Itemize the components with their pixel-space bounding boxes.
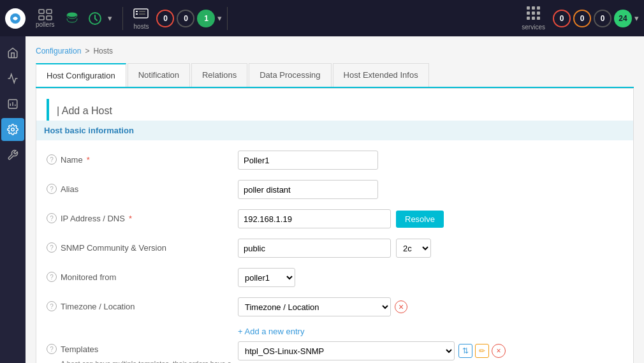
template-1-actions: ⇅ ✏ × — [458, 344, 506, 358]
breadcrumb-separator: > — [85, 47, 89, 56]
tab-notification[interactable]: Notification — [128, 63, 190, 87]
template-1-move-btn[interactable]: ⇅ — [458, 344, 472, 358]
ip-input[interactable] — [238, 209, 391, 228]
timezone-wrap: Timezone / Location × — [238, 297, 407, 316]
svg-rect-4 — [47, 16, 52, 20]
tab-relations[interactable]: Relations — [191, 63, 247, 87]
monitored-control-wrap: poller1 — [238, 268, 623, 287]
alias-input[interactable] — [238, 180, 378, 199]
sidebar-item-home[interactable] — [1, 41, 24, 64]
services-badge-3: 24 — [614, 10, 632, 27]
hosts-chevron[interactable]: ▾ — [217, 13, 222, 23]
snmp-help-icon[interactable]: ? — [47, 242, 57, 253]
hosts-badge-1: 0 — [177, 10, 194, 27]
templates-control-wrap: htpl_OS-Linux-SNMP ⇅ ✏ × htpl_App-centre… — [238, 341, 623, 363]
form-row-monitored: ? Monitored from poller1 — [47, 268, 623, 288]
template-1-edit-btn[interactable]: ✏ — [475, 344, 489, 358]
hosts-icon — [133, 7, 149, 20]
svg-point-16 — [11, 128, 15, 131]
monitored-label: ? Monitored from — [47, 268, 238, 282]
form-row-templates: ? Templates A host can have multiple tem… — [47, 341, 623, 363]
breadcrumb-configuration[interactable]: Configuration — [36, 47, 81, 56]
timezone-help-icon[interactable]: ? — [47, 301, 57, 311]
svg-rect-2 — [47, 10, 52, 13]
name-label: ? Name * — [47, 151, 238, 165]
monitored-help-icon[interactable]: ? — [47, 272, 57, 282]
add-entry-btn[interactable]: + Add a new entry — [238, 327, 623, 336]
content-box: | Add a Host Host basic information ? Na… — [36, 88, 634, 363]
svg-rect-1 — [39, 10, 44, 13]
sidebar — [0, 36, 26, 363]
hosts-label: hosts — [134, 23, 149, 30]
pollers-icon[interactable]: pollers — [36, 9, 54, 28]
template-1-delete-btn[interactable]: × — [492, 344, 506, 358]
page-title: | Add a Host — [47, 99, 623, 123]
svg-rect-3 — [39, 16, 44, 20]
tab-host-configuration[interactable]: Host Configuration — [36, 63, 126, 87]
hosts-badge-2: 1 — [197, 10, 215, 27]
form-row-alias: ? Alias — [47, 180, 623, 200]
template-row-1: htpl_OS-Linux-SNMP ⇅ ✏ × — [238, 341, 506, 360]
sidebar-item-chart[interactable] — [1, 93, 24, 115]
name-input[interactable] — [238, 151, 378, 170]
sidebar-item-settings[interactable] — [1, 118, 24, 141]
app-logo[interactable] — [5, 8, 26, 29]
alias-control-wrap — [238, 180, 623, 199]
timezone-delete-btn[interactable]: × — [395, 300, 407, 313]
sidebar-item-tools[interactable] — [1, 144, 24, 167]
timezone-select[interactable]: Timezone / Location — [238, 297, 391, 316]
section-header: Host basic information — [36, 121, 633, 140]
services-badge-1: 0 — [573, 10, 591, 27]
form-row-ip: ? IP Address / DNS * Resolve — [47, 209, 623, 230]
ip-help-icon[interactable]: ? — [47, 213, 57, 223]
main-layout: Configuration > Hosts Host Configuration… — [0, 36, 644, 363]
name-help-icon[interactable]: ? — [47, 154, 57, 165]
pollers-chevron[interactable]: ▾ — [108, 13, 112, 23]
name-required: * — [87, 155, 90, 165]
svg-point-5 — [67, 12, 77, 17]
svg-rect-10 — [139, 11, 145, 12]
template-1-select[interactable]: htpl_OS-Linux-SNMP — [238, 341, 455, 360]
timezone-control-wrap: Timezone / Location × — [238, 297, 623, 316]
svg-rect-11 — [139, 13, 145, 15]
ip-label: ? IP Address / DNS * — [47, 209, 238, 223]
alias-label: ? Alias — [47, 180, 238, 194]
tab-host-extended-infos[interactable]: Host Extended Infos — [333, 63, 429, 87]
monitored-select[interactable]: poller1 — [238, 268, 295, 287]
tab-data-processing[interactable]: Data Processing — [249, 63, 331, 87]
snmp-community-input[interactable] — [238, 239, 391, 258]
templates-help-icon[interactable]: ? — [47, 344, 57, 354]
breadcrumb-current: Hosts — [93, 47, 113, 56]
refresh-icon[interactable] — [87, 11, 103, 26]
top-navbar: pollers ▾ hosts 0 0 1 ▾ — [0, 0, 644, 36]
hosts-group: hosts — [128, 7, 154, 30]
form-row-timezone: ? Timezone / Location Timezone / Locatio… — [47, 297, 623, 318]
services-icon — [527, 6, 541, 20]
templates-hint: A host can have multiple templates, thei… — [61, 359, 238, 363]
services-badge-0: 0 — [553, 10, 571, 27]
breadcrumb: Configuration > Hosts — [36, 47, 634, 56]
resolve-button[interactable]: Resolve — [396, 211, 444, 228]
hosts-badge-0: 0 — [156, 10, 174, 27]
services-group: services — [516, 6, 550, 31]
snmp-control-wrap: 2c 1 3 — [238, 239, 623, 258]
pollers-group: pollers — [31, 9, 59, 28]
svg-rect-8 — [136, 11, 138, 12]
services-badges: 0 0 0 24 ▾ — [553, 10, 639, 27]
services-label: services — [522, 24, 545, 31]
snmp-version-select[interactable]: 2c 1 3 — [396, 239, 431, 258]
templates-label-group: ? Templates A host can have multiple tem… — [47, 341, 238, 363]
svg-rect-9 — [136, 13, 138, 15]
hosts-badges: 0 0 1 ▾ — [156, 10, 222, 27]
form-row-snmp: ? SNMP Community & Version 2c 1 3 — [47, 239, 623, 259]
pollers-label: pollers — [36, 21, 54, 28]
services-badge-2: 0 — [594, 10, 611, 27]
db-icon[interactable] — [64, 11, 80, 26]
services-chevron[interactable]: ▾ — [634, 13, 639, 23]
tabs-container: Host Configuration Notification Relation… — [36, 63, 634, 88]
main-content: Configuration > Hosts Host Configuration… — [26, 36, 644, 363]
sidebar-item-activity[interactable] — [1, 67, 24, 90]
alias-help-icon[interactable]: ? — [47, 184, 57, 194]
name-control-wrap — [238, 151, 623, 170]
snmp-label: ? SNMP Community & Version — [47, 239, 238, 253]
